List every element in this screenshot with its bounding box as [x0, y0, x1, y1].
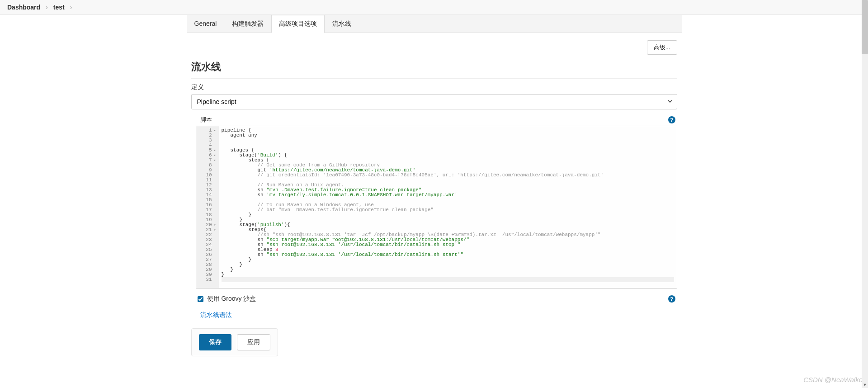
definition-label: 定义 — [191, 83, 677, 91]
chevron-right-icon: › — [70, 4, 72, 11]
help-icon[interactable]: ? — [668, 295, 675, 303]
page-scrollbar[interactable]: ▲ ▼ — [862, 0, 868, 365]
pipeline-syntax-link[interactable]: 流水线语法 — [200, 311, 232, 319]
breadcrumb: Dashboard › test › — [0, 0, 868, 15]
save-button[interactable]: 保存 — [199, 334, 231, 350]
config-tabs: General 构建触发器 高级项目选项 流水线 — [187, 15, 682, 33]
help-icon[interactable]: ? — [668, 116, 675, 123]
tab-advanced[interactable]: 高级项目选项 — [271, 15, 325, 33]
apply-button[interactable]: 应用 — [237, 334, 270, 350]
breadcrumb-dashboard[interactable]: Dashboard — [7, 4, 40, 11]
section-pipeline-title: 流水线 — [191, 60, 677, 74]
tab-general[interactable]: General — [187, 15, 225, 33]
definition-select[interactable] — [191, 94, 677, 109]
sandbox-label: 使用 Groovy 沙盒 — [207, 295, 256, 303]
script-label: 脚本 — [200, 116, 212, 124]
pipeline-script-editor[interactable]: 1▾2345▾6▾7▾891011121314151617181920▾21▾2… — [196, 126, 677, 289]
tab-pipeline[interactable]: 流水线 — [325, 15, 359, 33]
tab-triggers[interactable]: 构建触发器 — [224, 15, 271, 33]
scrollbar-thumb[interactable] — [862, 0, 868, 54]
advanced-button[interactable]: 高级... — [647, 40, 677, 55]
sandbox-checkbox-row[interactable]: 使用 Groovy 沙盒 — [198, 295, 256, 303]
chevron-right-icon: › — [46, 4, 48, 11]
breadcrumb-test[interactable]: test — [53, 4, 65, 11]
sandbox-checkbox[interactable] — [198, 296, 203, 302]
